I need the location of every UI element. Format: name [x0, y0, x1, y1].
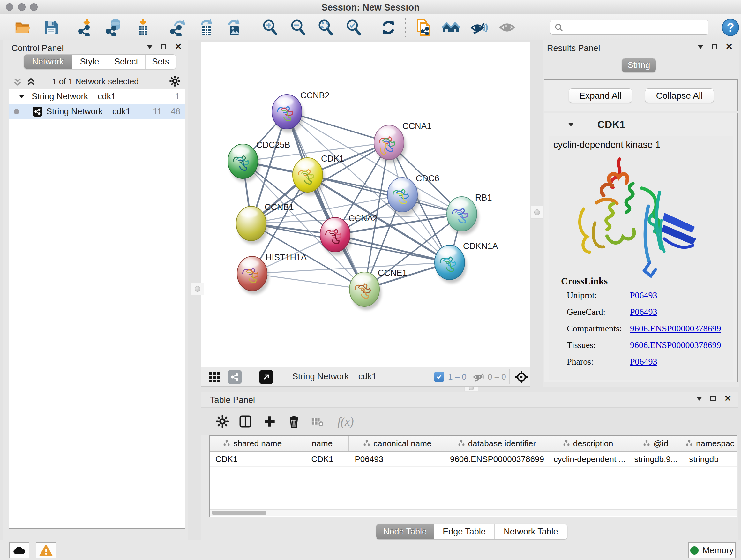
apply-layout-button[interactable] [379, 18, 398, 37]
close-panel-icon[interactable]: ✕ [175, 44, 182, 50]
column-header-shared-name[interactable]: shared name [210, 436, 296, 451]
table-cell[interactable]: stringdb [683, 452, 737, 466]
column-header-database-identifier[interactable]: database identifier [446, 436, 548, 451]
export-image-button[interactable] [224, 18, 243, 37]
network-node-CDK1[interactable] [293, 158, 325, 196]
crosslink-value-link[interactable]: P06493 [630, 357, 657, 367]
table-cell[interactable]: stringdb:9... [628, 452, 683, 466]
table-cell[interactable]: CDK1 [296, 452, 349, 466]
network-node-CCNA1[interactable] [374, 125, 406, 163]
import-table-file-button[interactable] [133, 18, 151, 37]
warnings-button[interactable] [36, 543, 56, 558]
tab-style[interactable]: Style [72, 55, 107, 69]
node-label-HIST1H1A: HIST1H1A [266, 253, 307, 262]
tab-sets[interactable]: Sets [145, 55, 176, 69]
table-cell[interactable]: cyclin-dependent ... [548, 452, 629, 466]
column-header--id[interactable]: @id [628, 436, 683, 451]
expand-all-button[interactable]: Expand All [569, 88, 632, 103]
network-edge-CCNB2-CCNE1[interactable] [287, 112, 364, 289]
crosslink-value-link[interactable]: 9606.ENSP00000378699 [630, 340, 721, 350]
network-node-HIST1H1A[interactable] [237, 256, 269, 294]
network-node-CCNB2[interactable] [272, 95, 304, 132]
panel-menu-icon[interactable] [147, 45, 152, 49]
float-panel-icon[interactable] [712, 44, 717, 50]
collection-disclosure-icon[interactable] [19, 95, 24, 98]
crosslink-value-link[interactable]: 9606.ENSP00000378699 [630, 323, 721, 334]
table-cell[interactable]: CDK1 [210, 452, 296, 466]
close-panel-icon[interactable]: ✕ [724, 396, 731, 401]
new-network-from-selection-button[interactable] [414, 18, 432, 37]
network-label: String Network – cdk1 [46, 107, 131, 117]
export-network-button[interactable] [169, 18, 187, 37]
crosslink-value-link[interactable]: P06493 [630, 290, 657, 300]
tab-edge-table[interactable]: Edge Table [434, 524, 494, 539]
collapse-all-icon[interactable] [13, 77, 22, 86]
import-network-database-button[interactable] [105, 18, 124, 37]
zoom-in-button[interactable] [261, 18, 279, 37]
help-button[interactable]: ? [722, 19, 739, 36]
open-session-button[interactable] [13, 18, 31, 37]
hide-selected-button[interactable] [470, 18, 488, 37]
table-header-row: shared namenamecanonical namedatabase id… [210, 436, 737, 452]
fit-selection-crosshair-icon[interactable] [515, 370, 529, 384]
search-input[interactable] [563, 22, 700, 32]
network-row[interactable]: String Network – cdk1 11 48 [9, 104, 185, 119]
first-neighbors-button[interactable] [442, 18, 460, 37]
memory-button[interactable]: Memory [688, 543, 736, 558]
export-view-button[interactable] [259, 370, 273, 384]
table-horizontal-scrollbar[interactable] [210, 509, 737, 516]
show-columns-button[interactable] [237, 413, 254, 430]
import-network-icon [77, 18, 95, 37]
left-splitter-handle[interactable] [191, 283, 204, 295]
right-splitter-handle[interactable] [531, 206, 543, 219]
export-table-button[interactable] [197, 18, 215, 37]
network-graph[interactable]: CCNB2CCNA1CDC25BCDK1CDC6RB1CCNB1CCNA2CDK… [201, 42, 530, 367]
float-panel-icon[interactable] [161, 44, 166, 50]
birdseye-view-button[interactable] [209, 371, 221, 385]
panel-menu-icon[interactable] [696, 397, 702, 401]
network-collection-row[interactable]: String Network – cdk1 1 [9, 89, 185, 104]
table-cell[interactable]: 9606.ENSP00000378699 [446, 452, 548, 466]
save-session-button[interactable] [42, 18, 60, 37]
table-options-button[interactable] [214, 413, 231, 430]
network-node-CDKN1A[interactable] [434, 245, 467, 283]
selected-checkbox[interactable] [434, 372, 444, 382]
panel-menu-icon[interactable] [697, 45, 703, 49]
protein-header[interactable]: CDK1 [544, 113, 738, 136]
zoom-selected-button[interactable] [344, 18, 363, 37]
show-all-button[interactable] [498, 18, 516, 37]
zoom-fit-button[interactable] [316, 18, 335, 37]
network-node-CCNE1[interactable] [349, 272, 381, 310]
column-header-name[interactable]: name [296, 436, 349, 451]
collapse-all-button[interactable]: Collapse All [645, 88, 714, 103]
network-edge-CCNA2-CDKN1A[interactable] [335, 235, 450, 262]
column-header-canonical-name[interactable]: canonical name [349, 436, 446, 451]
selected-count-text: 1 – 0 [448, 372, 467, 382]
expand-all-icon[interactable] [26, 77, 36, 86]
float-panel-icon[interactable] [711, 396, 716, 401]
network-canvas[interactable]: CCNB2CCNA1CDC25BCDK1CDC6RB1CCNB1CCNA2CDK… [201, 42, 530, 367]
column-header-namespac[interactable]: namespac [683, 436, 737, 451]
tab-network[interactable]: Network [24, 55, 72, 69]
tab-string[interactable]: String [622, 58, 656, 72]
table-cell[interactable]: P06493 [349, 452, 446, 466]
column-header-description[interactable]: description [548, 436, 629, 451]
scrollbar-thumb[interactable] [212, 511, 266, 515]
network-node-CDC25B[interactable] [228, 144, 260, 182]
close-panel-icon[interactable]: ✕ [725, 44, 733, 50]
crosslink-value-link[interactable]: P06493 [630, 307, 657, 317]
tab-select[interactable]: Select [107, 55, 145, 69]
zoom-out-button[interactable] [289, 18, 307, 37]
table-row[interactable]: CDK1CDK1P064939606.ENSP00000378699cyclin… [210, 452, 737, 467]
network-node-RB1[interactable] [447, 197, 479, 235]
delete-column-button[interactable] [285, 413, 302, 430]
tab-network-table[interactable]: Network Table [494, 524, 567, 539]
string-view-button[interactable] [228, 370, 242, 384]
create-column-button[interactable] [261, 413, 278, 430]
cloud-status-button[interactable] [9, 543, 29, 558]
gear-icon[interactable] [169, 75, 181, 87]
tab-node-table[interactable]: Node Table [376, 524, 434, 539]
network-node-CCNA2[interactable] [320, 217, 352, 255]
protein-disclosure-icon[interactable] [568, 123, 574, 126]
import-network-file-button[interactable] [77, 18, 95, 37]
